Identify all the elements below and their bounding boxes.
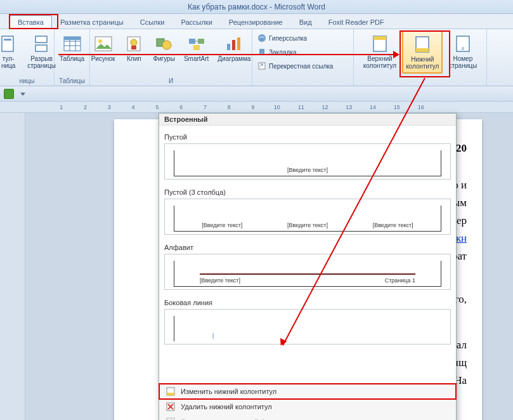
ruler-tick: 1 [49, 104, 74, 110]
bookmark-button[interactable]: Закладка [255, 46, 299, 58]
ruler-tick: 7 [193, 104, 218, 110]
chart-icon [224, 34, 244, 54]
group-tables-label: Таблицы [57, 76, 87, 86]
svg-point-11 [98, 39, 102, 43]
ruler-tick: 8 [217, 104, 241, 110]
ruler-tick: 10 [265, 104, 289, 110]
tab-mailings[interactable]: Рассылки [172, 15, 220, 29]
group-illus-label: И [93, 76, 249, 86]
header-label: Верхний колонтитул [363, 55, 396, 69]
save-selection-icon [166, 417, 176, 420]
ruler-tick: 12 [313, 104, 337, 110]
svg-rect-14 [131, 46, 136, 49]
cover-page-label: тул- ница [1, 55, 15, 69]
page-number-button[interactable]: # Номер страницы [445, 30, 480, 74]
svg-rect-19 [193, 45, 200, 50]
page-break-button[interactable]: Разрыв страницы [24, 30, 59, 74]
delete-footer-menuitem[interactable]: Удалить нижний колонтитул [159, 399, 456, 414]
cover-page-button[interactable]: тул- ница [0, 30, 22, 74]
preview-sideline: | [174, 316, 441, 341]
clip-label: Клип [127, 55, 141, 62]
picture-label: Рисунок [91, 55, 115, 62]
group-illustrations: Рисунок Клип Фигуры SmartArt Диаграмма И [90, 29, 252, 86]
ruler-tick: 11 [289, 104, 313, 110]
crossref-icon [257, 62, 266, 70]
title-bar: Как убрать рамки.docx - Microsoft Word [0, 0, 513, 14]
ruler-tick: 2 [74, 104, 98, 110]
svg-rect-22 [237, 37, 240, 50]
tab-foxit[interactable]: Foxit Reader PDF [320, 15, 393, 29]
ruler-tick: 5 [145, 104, 169, 110]
picture-icon [93, 34, 114, 54]
tab-page-layout[interactable]: Разметка страницы [52, 15, 132, 29]
page-break-label: Разрыв страницы [27, 55, 56, 69]
gallery-item-blank3-label: Пустой (3 столбца) [164, 183, 451, 197]
hyperlink-button[interactable]: Гиперссылка [255, 32, 309, 44]
tab-references[interactable]: Ссылки [132, 15, 173, 29]
save-selection-menuitem: Сохранить выделенный фрагмент в коллекци… [159, 414, 456, 420]
gallery-item-blank[interactable]: [Введите текст] [164, 143, 451, 180]
qat-addin-icon[interactable] [4, 89, 14, 99]
table-button[interactable]: Таблица [56, 30, 88, 74]
edit-footer-icon [166, 386, 176, 397]
clip-button[interactable]: Клип [120, 30, 147, 74]
document-area: орд 2007,20 и нижнего и актируемым ь ЛКМ… [0, 113, 513, 420]
svg-rect-18 [198, 39, 204, 44]
window-title: Как убрать рамки.docx - Microsoft Word [188, 3, 325, 11]
hyperlink-icon [257, 34, 266, 43]
qat-dropdown-icon[interactable] [19, 90, 27, 98]
table-label: Таблица [60, 55, 84, 62]
footer-icon [412, 34, 432, 55]
svg-point-13 [131, 39, 137, 46]
ruler-tick: 14 [361, 104, 385, 110]
ruler-tick: 13 [337, 104, 361, 110]
ribbon: тул- ница Разрыв страницы ницы Таблица Т… [0, 29, 513, 86]
svg-rect-0 [2, 36, 13, 51]
picture-button[interactable]: Рисунок [88, 30, 119, 74]
svg-rect-32 [167, 393, 174, 395]
ruler-tick: 16 [409, 104, 433, 110]
smartart-label: SmartArt [184, 55, 209, 62]
edit-footer-menuitem[interactable]: Изменить нижний колонтитул [159, 384, 456, 399]
tab-insert[interactable]: Вставка [10, 15, 52, 29]
gallery-scroll[interactable]: Пустой [Введите текст] Пустой (3 столбца… [159, 126, 456, 383]
group-links: Гиперссылка Закладка Перекрестная ссылка [252, 29, 354, 86]
ruler-tick: 9 [241, 104, 265, 110]
smartart-button[interactable]: SmartArt [181, 30, 212, 74]
group-tables: Таблица Таблицы [55, 29, 90, 86]
delete-footer-label: Удалить нижний колонтитул [181, 403, 272, 410]
gallery-footer: Изменить нижний колонтитул Удалить нижни… [159, 383, 456, 420]
svg-point-16 [162, 41, 171, 49]
gallery-item-blank3[interactable]: [Введите текст] [Введите текст] [Введите… [164, 199, 451, 235]
chart-label: Диаграмма [218, 55, 250, 62]
group-pages: тул- ница Разрыв страницы ницы [0, 29, 55, 86]
gallery-item-sideline[interactable]: | [164, 309, 451, 345]
tab-view[interactable]: Вид [291, 15, 320, 29]
horizontal-ruler[interactable]: 12345678910111213141516 [0, 102, 513, 113]
footer-gallery-dropdown: Встроенный Пустой [Введите текст] Пустой… [159, 113, 457, 420]
shapes-button[interactable]: Фигуры [150, 30, 178, 74]
group-header-footer: Верхний колонтитул Нижний колонтитул # Н… [354, 29, 487, 86]
ruler-tick: 15 [385, 104, 409, 110]
gallery-item-alphabet[interactable]: [Введите текст] Страница 1 [164, 254, 451, 290]
crossref-button[interactable]: Перекрестная ссылка [255, 60, 335, 72]
clip-icon [124, 34, 144, 54]
crossref-label: Перекрестная ссылка [269, 63, 333, 70]
page-break-icon [32, 34, 52, 54]
chart-button[interactable]: Диаграмма [214, 30, 254, 74]
ruler-tick: 3 [97, 104, 121, 110]
hyperlink-label: Гиперссылка [269, 35, 307, 42]
gallery-item-alphabet-label: Алфавит [164, 239, 451, 253]
header-icon [370, 34, 390, 54]
footer-label: Нижний колонтитул [406, 56, 439, 70]
ribbon-tabs: Вставка Разметка страницы Ссылки Рассылк… [0, 14, 513, 29]
vertical-ruler[interactable] [0, 113, 25, 420]
shapes-icon [154, 34, 174, 54]
tab-review[interactable]: Рецензирование [221, 15, 291, 29]
page-number-label: Номер страницы [448, 55, 477, 69]
svg-point-23 [258, 34, 266, 42]
footer-button[interactable]: Нижний колонтитул [402, 30, 443, 74]
svg-rect-3 [36, 45, 47, 51]
preview-blank: [Введите текст] [174, 150, 441, 176]
edit-footer-label: Изменить нижний колонтитул [181, 388, 276, 395]
